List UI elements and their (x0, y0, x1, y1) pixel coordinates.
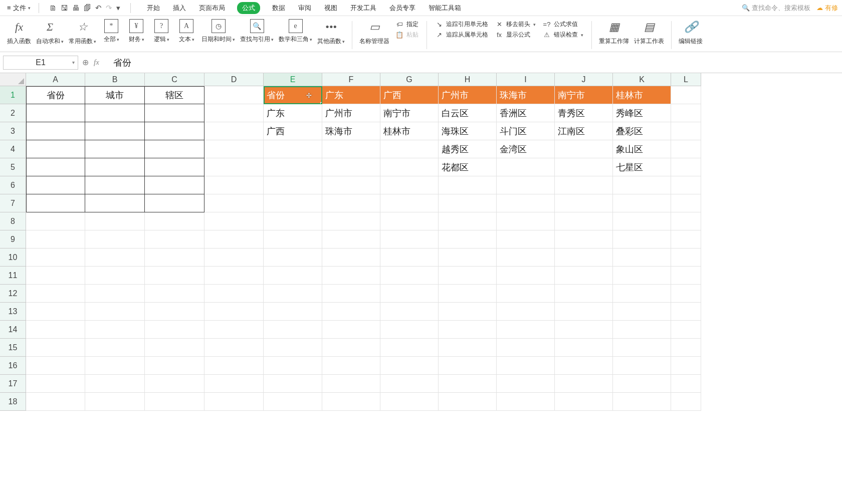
tab-formulas[interactable]: 公式 (237, 2, 260, 14)
cell-K1[interactable]: 桂林市 (613, 86, 671, 104)
cell-J17[interactable] (555, 375, 613, 393)
insert-function-button[interactable]: fx 插入函数 (5, 19, 33, 46)
cell-G11[interactable] (380, 267, 439, 285)
cell-H3[interactable]: 海珠区 (439, 122, 497, 140)
cell-K13[interactable] (613, 303, 671, 321)
cell-A4[interactable] (26, 140, 85, 158)
cell-C18[interactable] (145, 393, 204, 411)
cell-E7[interactable] (264, 194, 322, 212)
preview-icon[interactable]: 🗐 (84, 4, 91, 12)
cell-I4[interactable]: 金湾区 (497, 140, 555, 158)
cell-I17[interactable] (497, 375, 555, 393)
cell-B14[interactable] (85, 321, 145, 339)
cell-H11[interactable] (439, 267, 497, 285)
cell-J13[interactable] (555, 303, 613, 321)
cell-J5[interactable] (555, 158, 613, 176)
cell-K8[interactable] (613, 212, 671, 230)
row-header-3[interactable]: 3 (0, 122, 26, 140)
cell-H2[interactable]: 白云区 (439, 104, 497, 122)
cell-H4[interactable]: 越秀区 (439, 140, 497, 158)
cell-E15[interactable] (264, 339, 322, 357)
cell-E1[interactable]: 省份✢ (264, 86, 322, 104)
cell-F15[interactable] (322, 339, 380, 357)
cell-K10[interactable] (613, 248, 671, 267)
edit-links-button[interactable]: 🔗 编辑链接 (677, 19, 705, 46)
cell-G5[interactable] (380, 158, 439, 176)
cell-G4[interactable] (380, 140, 439, 158)
cell-B4[interactable] (85, 140, 145, 158)
cell-I2[interactable]: 香洲区 (497, 104, 555, 122)
cell-C15[interactable] (145, 339, 204, 357)
cell-A13[interactable] (26, 303, 85, 321)
cell-L5[interactable] (671, 158, 701, 176)
cell-F9[interactable] (322, 230, 380, 248)
cell-C2[interactable] (145, 104, 204, 122)
row-header-4[interactable]: 4 (0, 140, 26, 158)
cell-L10[interactable] (671, 248, 701, 267)
row-header-10[interactable]: 10 (0, 248, 26, 267)
common-fn-button[interactable]: ☆ 常用函数▾ (67, 19, 98, 46)
cell-C10[interactable] (145, 248, 204, 267)
row-header-14[interactable]: 14 (0, 321, 26, 339)
cell-J2[interactable]: 青秀区 (555, 104, 613, 122)
cell-I13[interactable] (497, 303, 555, 321)
cell-L11[interactable] (671, 267, 701, 285)
cell-A1[interactable]: 省份 (26, 86, 85, 104)
cell-L7[interactable] (671, 194, 701, 212)
cell-H12[interactable] (439, 285, 497, 303)
row-header-9[interactable]: 9 (0, 230, 26, 248)
save-icon[interactable]: 🖫 (61, 4, 68, 12)
cell-B1[interactable]: 城市 (85, 86, 145, 104)
cell-C17[interactable] (145, 375, 204, 393)
cell-L14[interactable] (671, 321, 701, 339)
cell-F2[interactable]: 广州市 (322, 104, 380, 122)
cell-E9[interactable] (264, 230, 322, 248)
cell-J12[interactable] (555, 285, 613, 303)
cell-I7[interactable] (497, 194, 555, 212)
cell-J1[interactable]: 南宁市 (555, 86, 613, 104)
cell-G10[interactable] (380, 248, 439, 267)
row-header-5[interactable]: 5 (0, 158, 26, 176)
cell-K15[interactable] (613, 339, 671, 357)
cell-B7[interactable] (85, 194, 145, 212)
tab-devtools[interactable]: 开发工具 (349, 2, 377, 15)
tab-view[interactable]: 视图 (323, 2, 338, 15)
cell-C9[interactable] (145, 230, 204, 248)
tab-data[interactable]: 数据 (271, 2, 286, 15)
cell-J4[interactable] (555, 140, 613, 158)
cell-I12[interactable] (497, 285, 555, 303)
cell-K18[interactable] (613, 393, 671, 411)
cell-C6[interactable] (145, 176, 204, 194)
col-header-G[interactable]: G (380, 73, 439, 86)
cell-E18[interactable] (264, 393, 322, 411)
cell-H9[interactable] (439, 230, 497, 248)
cell-G12[interactable] (380, 285, 439, 303)
cell-F4[interactable] (322, 140, 380, 158)
cell-A15[interactable] (26, 339, 85, 357)
cell-K14[interactable] (613, 321, 671, 339)
row-header-12[interactable]: 12 (0, 285, 26, 303)
cell-J3[interactable]: 江南区 (555, 122, 613, 140)
cell-F6[interactable] (322, 176, 380, 194)
cell-H18[interactable] (439, 393, 497, 411)
row-header-17[interactable]: 17 (0, 375, 26, 393)
cell-B3[interactable] (85, 122, 145, 140)
cell-B5[interactable] (85, 158, 145, 176)
cell-F10[interactable] (322, 248, 380, 267)
cell-I10[interactable] (497, 248, 555, 267)
cell-H10[interactable] (439, 248, 497, 267)
cell-H8[interactable] (439, 212, 497, 230)
cell-A7[interactable] (26, 194, 85, 212)
cell-F18[interactable] (322, 393, 380, 411)
cell-J11[interactable] (555, 267, 613, 285)
cell-L3[interactable] (671, 122, 701, 140)
row-header-7[interactable]: 7 (0, 194, 26, 212)
cell-J9[interactable] (555, 230, 613, 248)
cell-B13[interactable] (85, 303, 145, 321)
tab-review[interactable]: 审阅 (297, 2, 312, 15)
cell-J15[interactable] (555, 339, 613, 357)
cell-I3[interactable]: 斗门区 (497, 122, 555, 140)
cell-G18[interactable] (380, 393, 439, 411)
cell-G6[interactable] (380, 176, 439, 194)
cell-C11[interactable] (145, 267, 204, 285)
